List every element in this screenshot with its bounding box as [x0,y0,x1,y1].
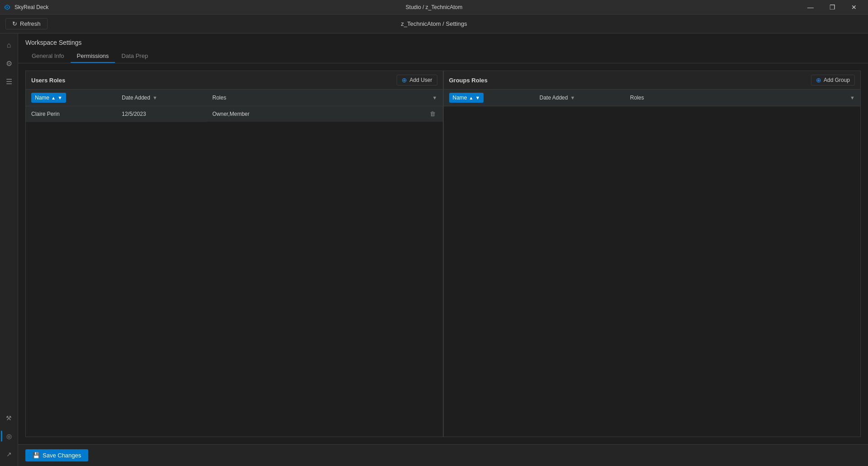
roles-container: Users Roles ⊕ Add User [25,71,861,437]
toolbar-left: ↻ Refresh [5,18,48,29]
content-area: Workspace Settings General Info Permissi… [18,33,868,466]
filter-active-icon[interactable]: ▼ [58,95,62,100]
app-logo [4,4,11,11]
users-roles-title: Users Roles [31,77,65,84]
tab-permissions[interactable]: Permissions [71,50,115,63]
save-changes-button[interactable]: 💾 Save Changes [25,449,88,461]
groups-col-roles: Roles ▼ [625,90,861,106]
user-roles-cell: Owner,Member 🗑 [207,106,443,122]
workspace-settings-title: Workspace Settings [25,39,861,46]
titlebar-left: SkyReal Deck [4,4,48,11]
titlebar: SkyReal Deck Studio / z_TechnicAtom — ❐ … [0,0,868,14]
toolbar-breadcrumb: z_TechnicAtom / Settings [401,20,467,27]
titlebar-breadcrumb: Studio / z_TechnicAtom [406,4,462,10]
restore-button[interactable]: ❐ [822,0,843,14]
sidebar: ⌂ ⚙ ☰ ⚒ ◎ ↗ [0,33,18,466]
user-name-cell: Claire Perin [26,106,116,122]
group-date-filter-icon[interactable]: ▼ [570,95,575,100]
plus-circle-group-icon: ⊕ [816,76,821,84]
sidebar-icon-users[interactable]: ◎ [1,428,17,444]
sidebar-icon-export[interactable]: ↗ [1,446,17,462]
group-roles-filter-icon[interactable]: ▼ [850,95,855,100]
groups-roles-panel: Groups Roles ⊕ Add Group [443,71,861,437]
add-user-label: Add User [409,77,432,83]
close-button[interactable]: ✕ [844,0,864,14]
refresh-icon: ↻ [12,20,17,27]
name-sort-active[interactable]: Name ▲ ▼ [31,93,66,103]
tabs: General Info Permissions Data Prep [25,50,861,63]
users-col-roles: Roles ▼ [207,90,443,106]
sidebar-icon-home[interactable]: ⌂ [1,37,17,53]
users-table: Name ▲ ▼ Date Added [26,90,443,122]
users-col-date-added: Date Added ▼ [116,90,207,106]
sidebar-icon-tools[interactable]: ⚒ [1,410,17,426]
groups-table-header-row: Name ▲ ▼ Date Added [444,90,861,106]
groups-col-name: Name ▲ ▼ [444,90,534,106]
users-roles-header: Users Roles ⊕ Add User [26,71,443,90]
user-date-cell: 12/5/2023 [116,106,207,122]
save-icon: 💾 [33,452,40,459]
groups-table: Name ▲ ▼ Date Added [444,90,861,106]
group-filter-active-icon[interactable]: ▼ [475,95,480,100]
add-user-button[interactable]: ⊕ Add User [397,75,437,86]
app-name: SkyReal Deck [14,4,48,10]
add-group-label: Add Group [824,77,850,83]
users-roles-panel: Users Roles ⊕ Add User [25,71,443,437]
users-table-wrapper: Name ▲ ▼ Date Added [26,90,443,437]
tab-data-prep[interactable]: Data Prep [115,50,154,63]
sort-asc-icon: ▲ [51,95,56,100]
delete-user-button[interactable]: 🗑 [428,109,437,118]
date-filter-icon[interactable]: ▼ [153,95,158,100]
workspace-settings-header: Workspace Settings General Info Permissi… [18,33,868,63]
refresh-label: Refresh [20,20,41,27]
group-sort-asc-icon: ▲ [469,95,474,100]
tab-general-info[interactable]: General Info [25,50,71,63]
plus-circle-icon: ⊕ [402,76,407,84]
save-label: Save Changes [43,452,81,459]
groups-col-date-added: Date Added ▼ [534,90,625,106]
refresh-button[interactable]: ↻ Refresh [5,18,48,29]
minimize-button[interactable]: — [800,0,821,14]
footer: 💾 Save Changes [18,444,868,466]
users-table-header-row: Name ▲ ▼ Date Added [26,90,443,106]
titlebar-controls: — ❐ ✕ [800,0,864,14]
table-row[interactable]: Claire Perin 12/5/2023 Owner,Member 🗑 [26,106,443,122]
sidebar-icon-list[interactable]: ☰ [1,73,17,90]
groups-roles-header: Groups Roles ⊕ Add Group [444,71,861,90]
toolbar: ↻ Refresh z_TechnicAtom / Settings [0,14,868,33]
permissions-content: Users Roles ⊕ Add User [18,63,868,444]
sidebar-icon-settings[interactable]: ⚙ [1,55,17,71]
sidebar-bottom: ⚒ ◎ ↗ [1,410,17,466]
group-name-sort-active[interactable]: Name ▲ ▼ [449,93,484,103]
add-group-button[interactable]: ⊕ Add Group [811,75,855,86]
roles-filter-icon[interactable]: ▼ [432,95,437,100]
main-container: ⌂ ⚙ ☰ ⚒ ◎ ↗ Workspace Settings General I… [0,33,868,466]
users-col-name: Name ▲ ▼ [26,90,116,106]
groups-table-wrapper: Name ▲ ▼ Date Added [444,90,861,437]
groups-roles-title: Groups Roles [449,77,488,84]
